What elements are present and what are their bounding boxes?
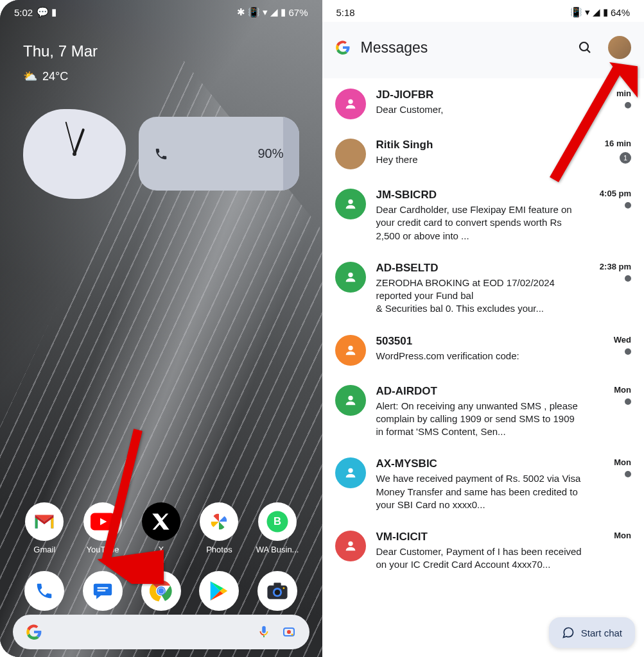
sender-name: VM-ICICIT [376, 531, 584, 543]
vibrate-icon: 📳 [248, 6, 260, 18]
message-preview: Dear Cardholder, use Flexipay EMI featur… [376, 203, 584, 243]
svg-rect-4 [98, 587, 109, 588]
google-g-icon [335, 40, 351, 55]
clock-minute-hand [65, 122, 75, 155]
battery-widget[interactable]: 90% [139, 117, 299, 191]
sender-name: AD-AIRDOT [376, 385, 584, 398]
svg-point-17 [287, 630, 291, 634]
app-label: Photos [194, 545, 244, 554]
app-wab[interactable]: B WA Busin... [252, 502, 302, 554]
wifi-icon: ▾ [585, 6, 590, 18]
message-time: Wed [614, 335, 631, 345]
svg-point-14 [275, 590, 281, 595]
unread-dot [625, 398, 631, 405]
annotation-arrow-profile-icon [535, 51, 638, 192]
svg-point-21 [580, 42, 588, 51]
svg-line-31 [554, 67, 618, 180]
conversation-item[interactable]: VM-ICICIT Dear Customer, Payment of I ha… [322, 520, 645, 581]
app-photos[interactable]: Photos [194, 502, 244, 554]
svg-point-23 [348, 99, 352, 104]
contact-avatar [335, 335, 366, 366]
conversation-item[interactable]: AD-BSELTD ZERODHA BROKING at EOD 17/02/2… [322, 252, 645, 325]
svg-point-25 [348, 272, 352, 277]
status-time: 5:18 [336, 7, 355, 18]
contact-avatar [335, 457, 366, 488]
message-time: Mon [614, 531, 631, 540]
weather-cloud-icon: ⛅ [23, 69, 37, 83]
svg-point-10 [158, 588, 164, 594]
battery-percent: 90% [257, 146, 283, 161]
phone-icon [35, 581, 54, 601]
play-icon [209, 580, 229, 602]
status-battery: 67% [288, 7, 308, 18]
unread-dot [625, 471, 631, 477]
vibrate-icon: 📳 [570, 6, 582, 18]
gmail-icon [25, 502, 64, 541]
conversation-item[interactable]: AD-AIRDOT Alert: On receiving any unwant… [322, 375, 645, 448]
dock-camera[interactable] [257, 571, 297, 611]
chat-bubble-icon: 💬 [37, 6, 49, 18]
message-time: Mon [614, 385, 631, 395]
dock-phone[interactable] [24, 571, 64, 611]
wifi-icon: ▾ [263, 6, 268, 18]
unread-dot [625, 275, 631, 282]
notification-icon: ▮ [51, 6, 57, 18]
svg-point-29 [348, 542, 352, 546]
message-time: Mon [614, 457, 631, 467]
status-battery: 64% [611, 7, 630, 18]
bluetooth-icon: ✱ [237, 6, 245, 18]
sender-name: AD-BSELTD [376, 262, 584, 275]
google-search-bar[interactable] [13, 615, 309, 649]
svg-rect-12 [274, 583, 281, 586]
svg-point-27 [348, 395, 352, 400]
svg-point-15 [283, 587, 285, 589]
message-preview: We have received payment of Rs. 5002 via… [376, 472, 584, 511]
dock-play[interactable] [199, 571, 239, 611]
app-label: WA Busin... [252, 545, 302, 554]
weather-widget[interactable]: ⛅ 24°C [23, 69, 299, 83]
svg-point-28 [348, 468, 352, 473]
home-screen: 5:02 💬 ▮ ✱ 📳 ▾ ◢ ▮ 67% Thu, 7 Mar ⛅ 24°C [0, 0, 322, 657]
status-bar: 5:02 💬 ▮ ✱ 📳 ▾ ◢ ▮ 67% [0, 0, 322, 22]
clock-hour-hand [73, 128, 85, 155]
svg-rect-5 [98, 590, 106, 592]
start-chat-label: Start chat [581, 627, 622, 638]
battery-icon: ▮ [281, 6, 286, 18]
conversation-item[interactable]: 503501 WordPress.com verification code: … [322, 325, 645, 375]
start-chat-button[interactable]: Start chat [549, 617, 635, 648]
unread-dot [625, 202, 631, 209]
contact-avatar [335, 89, 366, 119]
camera-icon [266, 581, 288, 601]
mic-icon[interactable] [257, 625, 271, 639]
phone-handset-icon [154, 147, 168, 161]
signal-icon: ◢ [270, 6, 278, 18]
signal-icon: ◢ [593, 6, 600, 18]
message-preview: WordPress.com verification code: [376, 350, 584, 363]
battery-fill [283, 117, 299, 191]
clock-widget[interactable] [23, 109, 126, 199]
message-preview: Alert: On receiving any unwanted SMS , p… [376, 400, 584, 439]
status-time: 5:02 [14, 7, 33, 18]
annotation-arrow-messages-icon [87, 423, 164, 584]
photos-icon [200, 502, 238, 541]
message-preview: ZERODHA BROKING at EOD 17/02/2024 report… [376, 277, 584, 316]
message-preview: Dear Customer, Payment of I has been rec… [376, 545, 584, 572]
message-time: 2:38 pm [600, 262, 631, 271]
contact-avatar [335, 531, 366, 561]
lens-icon[interactable] [281, 624, 297, 640]
contact-avatar [335, 262, 366, 293]
app-title: Messages [361, 39, 428, 56]
battery-icon: ▮ [603, 6, 608, 18]
conversation-item[interactable]: AX-MYSBIC We have received payment of Rs… [322, 447, 645, 520]
svg-point-26 [348, 345, 352, 350]
contact-avatar [335, 139, 366, 169]
home-date[interactable]: Thu, 7 Mar [23, 42, 299, 60]
contact-avatar [335, 385, 366, 416]
contact-avatar [335, 189, 366, 219]
weather-temp: 24°C [42, 70, 68, 83]
app-gmail[interactable]: Gmail [19, 502, 69, 554]
status-bar: 5:18 📳 ▾ ◢ ▮ 64% [322, 0, 645, 22]
sender-name: 503501 [376, 335, 584, 348]
svg-line-20 [106, 430, 138, 561]
svg-point-18 [291, 634, 293, 636]
